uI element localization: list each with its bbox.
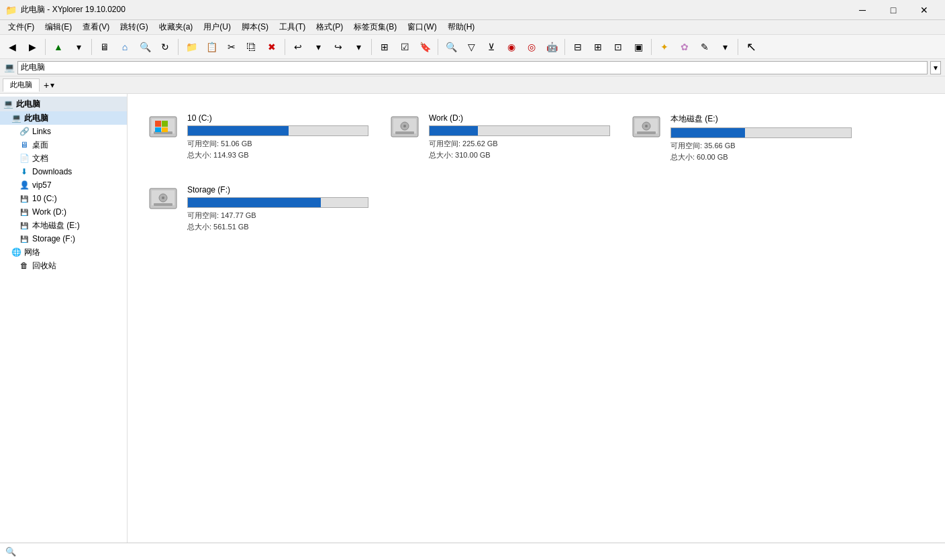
menu-favorites[interactable]: 收藏夹(a)	[154, 20, 199, 34]
drive-card-f[interactable]: Storage (F:) 可用空间: 147.77 GB 总大小: 561.51…	[142, 180, 370, 237]
redo-button[interactable]: ↪	[329, 38, 348, 56]
pie-button[interactable]: ◉	[502, 38, 521, 56]
sidebar-item-links[interactable]: 🔗 Links	[0, 125, 127, 138]
undo-button[interactable]: ↩	[289, 38, 307, 56]
bookmark-button[interactable]: 🔖	[415, 38, 434, 56]
menu-tools[interactable]: 工具(T)	[274, 20, 311, 34]
address-input[interactable]	[17, 61, 928, 74]
addressbar: 💻 ▾	[0, 59, 945, 76]
sidebar-item-downloads-label: Downloads	[32, 167, 72, 176]
sidebar-item-recycle-icon: 🗑	[19, 260, 30, 271]
pen-button[interactable]: ✎	[695, 38, 714, 56]
toolbar-sep-9	[738, 39, 738, 55]
find-button[interactable]: 🔍	[136, 38, 154, 56]
menu-help[interactable]: 帮助(H)	[442, 20, 481, 34]
drive-total-e: 总大小: 60.00 GB	[670, 152, 852, 163]
toolbar: ◀ ▶ ▲ ▾ 🖥 ⌂ 🔍 ↻ 📁 📋 ✂ ⿻ ✖ ↩ ▾ ↪ ▾ ⊞ ☑ 🔖 …	[0, 35, 945, 59]
titlebar: 📁 此电脑 - XYplorer 19.10.0200 ─ □ ✕	[0, 0, 945, 20]
sidebar-item-network-icon: 🌐	[11, 247, 21, 258]
svg-rect-4	[162, 121, 168, 127]
search-input[interactable]	[17, 545, 941, 559]
sidebar-item-e[interactable]: 💾 本地磁盘 (E:)	[0, 219, 127, 232]
panel-toggle[interactable]: ⊞	[375, 38, 394, 56]
maximize-button[interactable]: □	[878, 0, 909, 20]
menu-file[interactable]: 文件(F)	[3, 20, 40, 34]
drive-stats-c: 可用空间: 51.06 GB 总大小: 114.93 GB	[187, 138, 368, 160]
layout2-button[interactable]: ⊞	[589, 38, 607, 56]
tabs-row: 此电脑 + ▾	[0, 76, 945, 94]
drive-bar-fill-d	[430, 126, 478, 135]
up-button[interactable]: ▲	[49, 38, 68, 56]
menu-format[interactable]: 格式(P)	[311, 20, 348, 34]
menu-goto[interactable]: 跳转(G)	[115, 20, 153, 34]
sidebar-item-this-pc[interactable]: 💻 此电脑	[0, 111, 127, 125]
cursor-button[interactable]: ↖	[742, 38, 760, 56]
sidebar-item-c[interactable]: 💾 10 (C:)	[0, 192, 127, 205]
flower-button[interactable]: ✿	[675, 38, 694, 56]
drive-bar-c	[187, 125, 368, 136]
content-area: 10 (C:) 可用空间: 51.06 GB 总大小: 114.93 GB	[128, 94, 945, 543]
filter2-button[interactable]: ⊻	[482, 38, 501, 56]
drive-free-f: 可用空间: 147.77 GB	[187, 210, 368, 221]
close-button[interactable]: ✕	[909, 0, 940, 20]
drive-info-e: 本地磁盘 (E:) 可用空间: 35.66 GB 总大小: 60.00 GB	[670, 113, 852, 162]
new-tab-button[interactable]: +	[44, 80, 49, 91]
refresh-button[interactable]: ↻	[156, 38, 175, 56]
back-button[interactable]: ◀	[3, 38, 21, 56]
target-button[interactable]: ◎	[522, 38, 541, 56]
star-button[interactable]: ✦	[655, 38, 674, 56]
sidebar-item-docs[interactable]: 📄 文档	[0, 152, 127, 165]
delete-button[interactable]: ✖	[262, 38, 281, 56]
cut-button[interactable]: ✂	[222, 38, 241, 56]
sidebar-item-vip57[interactable]: 👤 vip57	[0, 178, 127, 192]
address-dropdown[interactable]: ▾	[930, 61, 941, 74]
menu-window[interactable]: 窗口(W)	[402, 20, 442, 34]
sidebar: 💻 此电脑 💻 此电脑 🔗 Links 🖥 桌面 📄 文档 ⬇ Download…	[0, 94, 128, 543]
undo-dropdown[interactable]: ▾	[309, 38, 328, 56]
menubar: 文件(F) 编辑(E) 查看(V) 跳转(G) 收藏夹(a) 用户(U) 脚本(…	[0, 20, 945, 35]
sidebar-item-f[interactable]: 💾 Storage (F:)	[0, 232, 127, 245]
minimize-button[interactable]: ─	[847, 0, 878, 20]
layout1-button[interactable]: ⊟	[568, 38, 587, 56]
sidebar-item-d[interactable]: 💾 Work (D:)	[0, 205, 127, 219]
forward-button[interactable]: ▶	[23, 38, 42, 56]
copy-button[interactable]: ⿻	[242, 38, 261, 56]
sidebar-item-c-icon: 💾	[19, 193, 30, 204]
copy-path-button[interactable]: 📋	[202, 38, 221, 56]
menu-user[interactable]: 用户(U)	[198, 20, 236, 34]
checkbox-toggle[interactable]: ☑	[395, 38, 414, 56]
drive-name-c: 10 (C:)	[187, 113, 368, 123]
menu-edit[interactable]: 编辑(E)	[40, 20, 77, 34]
menu-view[interactable]: 查看(V)	[77, 20, 115, 34]
toolbar-sep-5	[371, 39, 372, 55]
drive-card-e[interactable]: 本地磁盘 (E:) 可用空间: 35.66 GB 总大小: 60.00 GB	[626, 109, 854, 167]
filter-button[interactable]: ▽	[462, 38, 481, 56]
sidebar-item-downloads[interactable]: ⬇ Downloads	[0, 165, 127, 178]
drive-card-d[interactable]: Work (D:) 可用空间: 225.62 GB 总大小: 310.00 GB	[384, 109, 612, 167]
toolbar-sep-4	[285, 39, 285, 55]
menu-script[interactable]: 脚本(S)	[236, 20, 274, 34]
drive-free-d: 可用空间: 225.62 GB	[429, 138, 610, 150]
toolbar-sep-6	[438, 39, 438, 55]
sidebar-item-links-icon: 🔗	[19, 126, 30, 137]
search-button[interactable]: 🔍	[442, 38, 460, 56]
tab-dropdown-button[interactable]: ▾	[50, 80, 54, 90]
pen-dropdown[interactable]: ▾	[715, 38, 734, 56]
drive-card-c[interactable]: 10 (C:) 可用空间: 51.06 GB 总大小: 114.93 GB	[142, 109, 370, 167]
new-folder-button[interactable]: 📁	[182, 38, 201, 56]
svg-rect-14	[637, 131, 656, 134]
toolbar-sep-8	[651, 39, 652, 55]
sidebar-item-network[interactable]: 🌐 网络	[0, 245, 127, 259]
sidebar-item-desktop[interactable]: 🖥 桌面	[0, 138, 127, 152]
menu-tabset[interactable]: 标签页集(B)	[348, 20, 402, 34]
tab-this-pc[interactable]: 此电脑	[3, 78, 40, 92]
sidebar-header-icon: 💻	[3, 99, 13, 109]
redo-dropdown[interactable]: ▾	[349, 38, 368, 56]
layout3-button[interactable]: ⊡	[609, 38, 628, 56]
android-button[interactable]: 🤖	[542, 38, 561, 56]
up-dropdown[interactable]: ▾	[69, 38, 88, 56]
layout4-button[interactable]: ▣	[629, 38, 648, 56]
mycomputer-button[interactable]: 🖥	[95, 38, 114, 56]
sidebar-item-recycle[interactable]: 🗑 回收站	[0, 259, 127, 272]
home-button[interactable]: ⌂	[115, 38, 134, 56]
